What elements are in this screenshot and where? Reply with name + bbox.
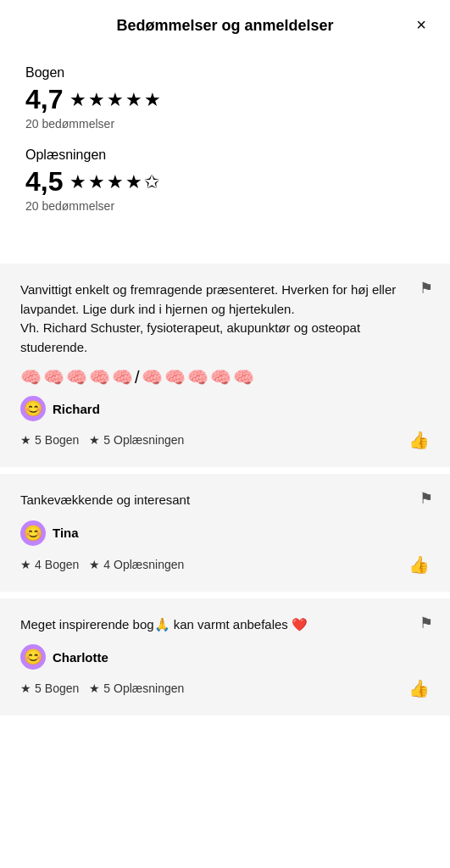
star-3: ★ [107,171,124,193]
thumbs-up-button-richard[interactable]: 👍 [408,430,430,450]
modal-header: Bedømmelser og anmeldelser × [0,0,450,48]
richard-oplaesningen-rating: ★ 5 Oplæsningen [89,433,184,447]
review-ratings-row-charlotte: ★ 5 Bogen ★ 5 Oplæsningen 👍 [20,678,430,698]
star-icon: ★ [89,433,100,447]
star-2: ★ [88,171,105,193]
star-5: ★ [144,89,161,111]
oplaesningen-rating-row: 4,5 ★ ★ ★ ★ ✩ [25,166,425,198]
review-charlotte: ⚑ Meget inspirerende bog🙏 kan varmt anbe… [0,598,450,716]
star-4: ★ [125,171,142,193]
review-richard: ⚑ Vanvittigt enkelt og fremragende præse… [0,264,450,467]
oplaesningen-label: Oplæsningen [25,147,425,163]
charlotte-bogen-label: Bogen [45,682,79,695]
avatar-tina: 😊 [20,520,46,546]
star-1: ★ [69,89,86,111]
bogen-label: Bogen [25,65,425,81]
reviews-list: ⚑ Vanvittigt enkelt og fremragende præse… [0,264,450,715]
charlotte-oplaesningen-rating: ★ 5 Oplæsningen [89,682,184,695]
charlotte-bogen-stars: 5 [35,682,42,695]
review-ratings-row-tina: ★ 4 Bogen ★ 4 Oplæsningen 👍 [20,554,430,575]
charlotte-oplaesningen-stars: 5 [103,682,110,695]
review-text-richard: Vanvittigt enkelt og fremragende præsent… [20,281,430,357]
avatar-richard: 😊 [20,396,46,421]
thumbs-up-button-charlotte[interactable]: 👍 [408,678,430,698]
star-3: ★ [107,89,124,111]
review-ratings-row-richard: ★ 5 Bogen ★ 5 Oplæsningen 👍 [20,430,430,450]
richard-oplaesningen-label: Oplæsningen [114,433,184,447]
modal-title: Bedømmelser og anmeldelser [116,17,333,35]
richard-bogen-label: Bogen [45,433,79,447]
bogen-rating-row: 4,7 ★ ★ ★ ★ ★ [25,84,425,115]
reviewer-name-tina: Tina [53,526,79,540]
reviewer-info-tina: 😊 Tina [20,520,430,546]
ratings-section: Bogen 4,7 ★ ★ ★ ★ ★ 20 bedømmelser Oplæs… [0,48,450,255]
richard-bogen-stars: 5 [35,433,42,447]
close-button[interactable]: × [413,13,430,36]
flag-button-richard[interactable]: ⚑ [419,279,433,298]
bogen-count: 20 bedømmelser [25,117,425,131]
tina-oplaesningen-stars: 4 [103,558,110,571]
star-icon: ★ [20,433,31,447]
thumbs-up-button-tina[interactable]: 👍 [408,554,430,575]
bogen-stars: ★ ★ ★ ★ ★ [69,89,161,111]
tina-bogen-rating: ★ 4 Bogen [20,558,79,571]
bogen-rating: Bogen 4,7 ★ ★ ★ ★ ★ 20 bedømmelser [25,65,425,131]
star-1: ★ [69,171,86,193]
tina-bogen-stars: 4 [35,558,42,571]
star-half-5: ✩ [144,171,159,193]
review-text-tina: Tankevækkende og interesant [20,491,430,510]
reviewer-name-richard: Richard [53,402,100,416]
reviewer-info-richard: 😊 Richard [20,396,430,421]
review-text-charlotte: Meget inspirerende bog🙏 kan varmt anbefa… [20,615,430,635]
star-4: ★ [125,89,142,111]
flag-button-tina[interactable]: ⚑ [419,489,433,508]
oplaesningen-count: 20 bedømmelser [25,199,425,213]
tina-oplaesningen-rating: ★ 4 Oplæsningen [89,558,184,571]
star-icon: ★ [89,558,100,571]
charlotte-oplaesningen-label: Oplæsningen [114,682,184,695]
review-ratings-tina: ★ 4 Bogen ★ 4 Oplæsningen [20,558,184,571]
oplaesningen-rating: Oplæsningen 4,5 ★ ★ ★ ★ ✩ 20 bedømmelser [25,147,425,213]
star-icon: ★ [20,558,31,571]
avatar-charlotte: 😊 [20,644,46,670]
flag-button-charlotte[interactable]: ⚑ [419,614,433,632]
star-2: ★ [88,89,105,111]
review-emojis-richard: 🧠🧠🧠🧠🧠/🧠🧠🧠🧠🧠 [20,367,430,387]
tina-oplaesningen-label: Oplæsningen [114,558,184,571]
star-icon: ★ [20,682,31,695]
reviewer-info-charlotte: 😊 Charlotte [20,644,430,670]
star-icon: ★ [89,682,100,695]
oplaesningen-stars: ★ ★ ★ ★ ✩ [69,171,159,193]
reviewer-name-charlotte: Charlotte [53,650,108,665]
charlotte-bogen-rating: ★ 5 Bogen [20,682,79,695]
review-ratings-charlotte: ★ 5 Bogen ★ 5 Oplæsningen [20,682,184,695]
tina-bogen-label: Bogen [45,558,79,571]
review-tina: ⚑ Tankevækkende og interesant 😊 Tina ★ 4… [0,474,450,592]
review-ratings-richard: ★ 5 Bogen ★ 5 Oplæsningen [20,433,184,447]
bogen-score: 4,7 [25,84,63,115]
richard-oplaesningen-stars: 5 [103,433,110,447]
richard-bogen-rating: ★ 5 Bogen [20,433,79,447]
oplaesningen-score: 4,5 [25,166,63,198]
